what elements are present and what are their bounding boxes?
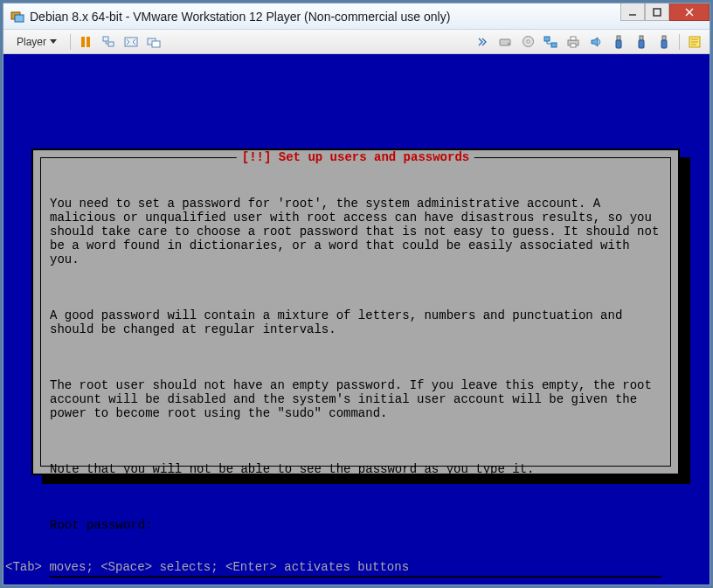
dropdown-icon bbox=[50, 39, 57, 45]
dialog-title: [!!] Set up users and passwords bbox=[237, 150, 474, 164]
svg-rect-1 bbox=[15, 15, 24, 22]
svg-rect-26 bbox=[662, 36, 666, 40]
svg-rect-20 bbox=[571, 44, 576, 47]
svg-marker-6 bbox=[50, 39, 57, 44]
hdd-icon bbox=[498, 36, 512, 48]
vm-display[interactable]: [!!] Set up users and passwords You need… bbox=[3, 54, 710, 585]
vmware-app-icon bbox=[10, 10, 24, 24]
usb-icon bbox=[614, 35, 623, 49]
maximize-button[interactable] bbox=[645, 3, 669, 21]
app-window: Debian 8.x 64-bit - VMware Workstation 1… bbox=[3, 3, 710, 585]
titlebar: Debian 8.x 64-bit - VMware Workstation 1… bbox=[3, 3, 710, 30]
svg-point-15 bbox=[526, 40, 529, 43]
printer-button[interactable] bbox=[565, 34, 581, 50]
pause-button[interactable] bbox=[78, 34, 93, 50]
window-controls bbox=[620, 3, 710, 21]
svg-rect-23 bbox=[616, 40, 621, 48]
send-ctrl-alt-del-button[interactable] bbox=[100, 34, 116, 50]
dialog-frame: [!!] Set up users and passwords You need… bbox=[40, 157, 671, 467]
unity-button[interactable] bbox=[146, 34, 162, 50]
dialog-body: You need to set a password for 'root', t… bbox=[50, 169, 661, 560]
printer-icon bbox=[566, 36, 580, 48]
sound-button[interactable] bbox=[588, 34, 604, 50]
installer-dialog: [!!] Set up users and passwords You need… bbox=[31, 149, 680, 475]
svg-rect-27 bbox=[661, 40, 667, 48]
pause-icon bbox=[81, 37, 90, 47]
keyboard-hint: <Tab> moves; <Space> selects; <Enter> ac… bbox=[5, 560, 409, 574]
window-title: Debian 8.x 64-bit - VMware Workstation 1… bbox=[30, 10, 450, 24]
fullscreen-icon bbox=[124, 37, 138, 47]
cad-icon bbox=[101, 36, 115, 48]
para-intro: You need to set a password for 'root', t… bbox=[50, 197, 661, 266]
svg-rect-16 bbox=[544, 37, 550, 41]
svg-rect-7 bbox=[103, 37, 108, 41]
svg-rect-25 bbox=[639, 40, 644, 48]
messages-button[interactable] bbox=[687, 34, 703, 50]
svg-rect-22 bbox=[617, 36, 620, 40]
player-menu-button[interactable]: Player bbox=[10, 33, 63, 51]
svg-rect-9 bbox=[125, 38, 137, 46]
network-icon bbox=[543, 36, 557, 48]
para-note: Note that you will not be able to see th… bbox=[50, 462, 661, 476]
svg-point-13 bbox=[508, 43, 509, 45]
usb1-button[interactable] bbox=[611, 34, 626, 50]
close-button[interactable] bbox=[669, 3, 710, 21]
cd-dvd-button[interactable] bbox=[520, 34, 536, 50]
svg-rect-3 bbox=[654, 9, 661, 16]
toolbar-separator bbox=[70, 34, 71, 50]
network-adapter-button[interactable] bbox=[543, 34, 558, 50]
svg-rect-11 bbox=[152, 41, 160, 47]
fullscreen-button[interactable] bbox=[123, 34, 139, 50]
toolbar-separator bbox=[679, 34, 680, 50]
collapse-devices-button[interactable] bbox=[474, 34, 490, 50]
usb-icon bbox=[637, 35, 646, 49]
hard-disk-button[interactable] bbox=[497, 34, 513, 50]
disc-icon bbox=[522, 35, 535, 48]
toolbar: Player bbox=[3, 30, 710, 54]
svg-rect-19 bbox=[571, 37, 576, 40]
chevrons-icon bbox=[478, 38, 487, 46]
player-menu-label: Player bbox=[17, 36, 46, 48]
para-emptypw: The root user should not have an empty p… bbox=[50, 378, 661, 420]
field-label: Root password: bbox=[50, 518, 661, 532]
unity-icon bbox=[147, 36, 161, 48]
svg-rect-8 bbox=[108, 42, 114, 46]
usb3-button[interactable] bbox=[656, 34, 672, 50]
note-icon bbox=[689, 36, 701, 48]
svg-rect-17 bbox=[551, 43, 557, 47]
usb2-button[interactable] bbox=[633, 34, 649, 50]
svg-marker-21 bbox=[592, 38, 598, 46]
usb-icon bbox=[660, 35, 668, 49]
svg-rect-24 bbox=[640, 36, 643, 40]
speaker-icon bbox=[590, 36, 602, 48]
para-goodpw: A good password will contain a mixture o… bbox=[50, 308, 661, 336]
minimize-button[interactable] bbox=[620, 3, 645, 21]
